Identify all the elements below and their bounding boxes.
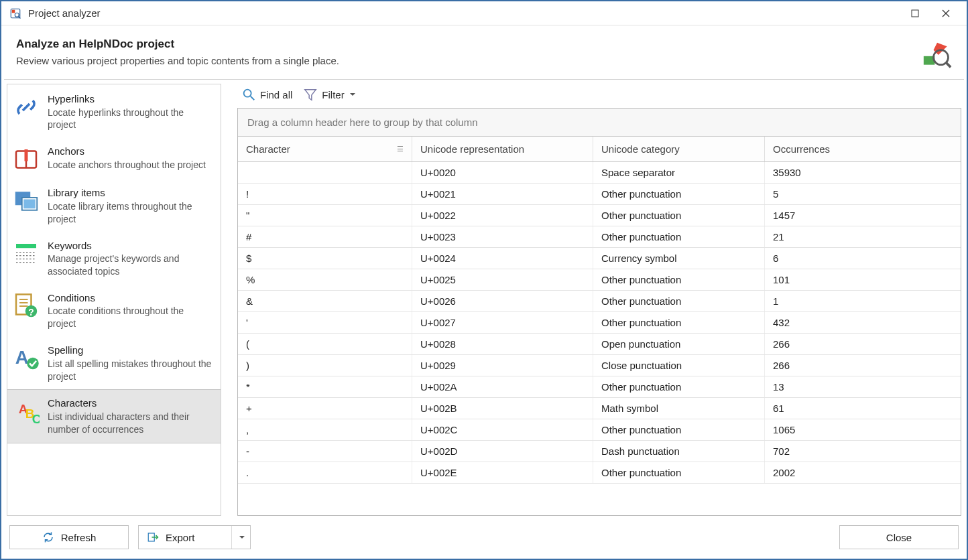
svg-text:?: ?	[28, 307, 34, 318]
cell-unicode: U+0025	[412, 269, 593, 290]
column-header-character[interactable]: Character ☰	[238, 137, 412, 161]
sidebar-item-conditions[interactable]: ? Conditions Locate conditions throughou…	[7, 285, 221, 337]
cell-character: .	[238, 462, 412, 483]
cell-category: Other punctuation	[593, 226, 765, 247]
sidebar-item-anchors[interactable]: Anchors Locate anchors throughout the pr…	[7, 138, 221, 180]
cell-character: ,	[238, 419, 412, 440]
window-controls	[900, 3, 961, 24]
cell-category: Other punctuation	[593, 291, 765, 311]
refresh-button[interactable]: Refresh	[9, 525, 129, 549]
svg-rect-13	[25, 149, 28, 161]
column-header-occurrences[interactable]: Occurrences	[765, 137, 961, 161]
cell-category: Other punctuation	[593, 269, 765, 290]
cell-category: Currency symbol	[593, 248, 765, 269]
cell-character: *	[238, 376, 412, 397]
cell-occurrences: 35930	[765, 162, 961, 183]
cell-unicode: U+0027	[412, 312, 593, 333]
sidebar-item-spelling[interactable]: A Spelling List all spelling mistakes th…	[7, 337, 221, 389]
book-icon	[13, 146, 40, 173]
nav-title: Spelling	[48, 344, 214, 357]
maximize-button[interactable]	[900, 3, 930, 24]
table-row[interactable]: 'U+0027Other punctuation432	[238, 312, 961, 334]
cell-occurrences: 1457	[765, 205, 961, 226]
cell-character	[238, 162, 412, 183]
refresh-label: Refresh	[61, 532, 97, 543]
table-row[interactable]: -U+002DDash punctuation702	[238, 441, 961, 462]
nav-desc: Locate anchors throughout the project	[48, 159, 214, 171]
cell-character: #	[238, 226, 412, 247]
svg-text:C: C	[32, 412, 40, 425]
link-icon	[13, 94, 40, 121]
cell-category: Other punctuation	[593, 184, 765, 204]
svg-line-34	[251, 96, 255, 100]
nav-desc: Manage project's keywords and associated…	[48, 253, 214, 278]
nav-title: Library items	[48, 186, 214, 200]
column-header-category[interactable]: Unicode category	[593, 137, 765, 161]
table-row[interactable]: U+0020Space separator35930	[238, 162, 961, 184]
table-row[interactable]: ,U+002COther punctuation1065	[238, 419, 961, 441]
cell-unicode: U+0022	[412, 205, 593, 226]
close-button[interactable]	[930, 3, 961, 24]
window-title: Project analyzer	[28, 7, 900, 19]
export-label: Export	[166, 532, 194, 543]
cell-unicode: U+0029	[412, 355, 593, 376]
table-row[interactable]: .U+002EOther punctuation2002	[238, 462, 961, 484]
cell-unicode: U+0021	[412, 184, 593, 204]
table-row[interactable]: $U+0024Currency symbol6	[238, 248, 961, 269]
column-headers: Character ☰ Unicode representation Unico…	[238, 137, 961, 162]
table-row[interactable]: !U+0021Other punctuation5	[238, 184, 961, 205]
table-row[interactable]: )U+0029Close punctuation266	[238, 355, 961, 376]
filter-label: Filter	[322, 89, 344, 100]
cell-occurrences: 6	[765, 248, 961, 269]
cell-category: Other punctuation	[593, 376, 765, 397]
sidebar-item-keywords[interactable]: Keywords Manage project's keywords and a…	[7, 232, 221, 285]
table-row[interactable]: *U+002AOther punctuation13	[238, 376, 961, 398]
cell-category: Other punctuation	[593, 462, 765, 483]
search-icon	[241, 87, 256, 102]
export-dropdown-arrow[interactable]	[231, 526, 250, 549]
category-sidebar: Hyperlinks Locate hyperlinks throughout …	[7, 84, 221, 516]
cell-unicode: U+002E	[412, 462, 593, 483]
nav-title: Anchors	[48, 145, 214, 158]
close-label: Close	[886, 532, 912, 543]
cell-character: !	[238, 184, 412, 204]
svg-rect-16	[23, 200, 36, 209]
cell-category: Dash punctuation	[593, 441, 765, 462]
cell-unicode: U+0020	[412, 162, 593, 183]
cell-character: &	[238, 291, 412, 311]
table-row[interactable]: #U+0023Other punctuation21	[238, 226, 961, 248]
dialog-footer: Refresh Export Close	[1, 517, 967, 559]
cell-occurrences: 1065	[765, 419, 961, 440]
table-row[interactable]: (U+0028Open punctuation266	[238, 334, 961, 355]
nav-desc: Locate hyperlinks throughout the project	[48, 107, 214, 132]
cell-unicode: U+002D	[412, 441, 593, 462]
table-row[interactable]: %U+0025Other punctuation101	[238, 269, 961, 291]
find-all-button[interactable]: Find all	[239, 85, 298, 104]
cell-character: )	[238, 355, 412, 376]
filter-button[interactable]: Filter	[300, 85, 360, 104]
export-button[interactable]: Export	[138, 525, 251, 549]
cell-category: Close punctuation	[593, 355, 765, 376]
nav-desc: Locate library items throughout the proj…	[48, 200, 214, 226]
table-row[interactable]: &U+0026Other punctuation1	[238, 291, 961, 312]
table-row[interactable]: "U+0022Other punctuation1457	[238, 205, 961, 226]
cell-occurrences: 1	[765, 291, 961, 311]
svg-point-33	[244, 90, 251, 97]
cell-unicode: U+0028	[412, 334, 593, 354]
nav-title: Conditions	[48, 291, 214, 305]
svg-text:A: A	[15, 347, 29, 368]
nav-desc: Locate conditions throughout the project	[48, 305, 214, 330]
conditions-icon: ?	[13, 293, 40, 320]
close-dialog-button[interactable]: Close	[839, 525, 959, 549]
table-row[interactable]: +U+002BMath symbol61	[238, 398, 961, 419]
group-by-bar[interactable]: Drag a column header here to group by th…	[238, 109, 961, 137]
svg-point-1	[15, 13, 19, 17]
filter-icon	[303, 87, 318, 102]
cell-occurrences: 21	[765, 226, 961, 247]
sidebar-item-characters[interactable]: ABC Characters List individual character…	[7, 389, 221, 443]
cell-occurrences: 5	[765, 184, 961, 204]
cell-category: Space separator	[593, 162, 765, 183]
sidebar-item-hyperlinks[interactable]: Hyperlinks Locate hyperlinks throughout …	[7, 86, 221, 138]
sidebar-item-library[interactable]: Library items Locate library items throu…	[7, 180, 221, 232]
column-header-unicode[interactable]: Unicode representation	[412, 137, 593, 161]
